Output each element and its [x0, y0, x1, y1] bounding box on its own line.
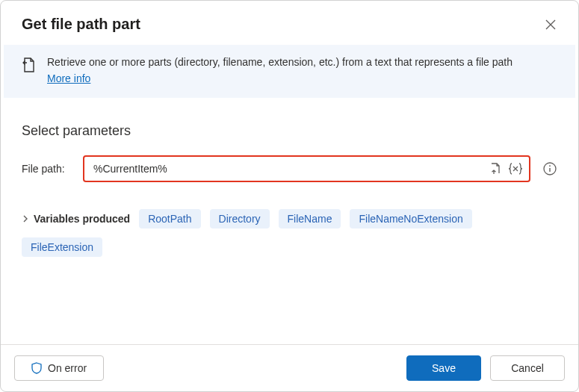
close-icon — [545, 19, 556, 30]
section-title: Select parameters — [22, 123, 557, 139]
dialog-header: Get file path part — [1, 1, 578, 45]
variables-toggle-label: Variables produced — [34, 213, 130, 225]
variable-icon — [508, 163, 523, 175]
variable-pill[interactable]: FileName — [279, 209, 341, 228]
variables-row: Variables produced RootPath Directory Fi… — [22, 209, 557, 257]
variables-toggle[interactable]: Variables produced — [22, 213, 130, 225]
cancel-button[interactable]: Cancel — [490, 355, 565, 381]
description-text: Retrieve one or more parts (directory, f… — [47, 56, 513, 68]
variable-pill[interactable]: FileExtension — [22, 237, 102, 257]
dialog-content: Select parameters File path: — [1, 98, 578, 344]
variable-pill[interactable]: FileNameNoExtension — [350, 209, 471, 228]
footer-right: Save Cancel — [406, 355, 565, 381]
more-info-link[interactable]: More info — [47, 72, 90, 87]
variable-pill[interactable]: RootPath — [139, 209, 200, 228]
svg-point-1 — [549, 165, 551, 167]
dialog-footer: On error Save Cancel — [1, 344, 578, 391]
input-icons — [489, 162, 523, 175]
chevron-right-icon — [22, 215, 29, 223]
file-path-info-button[interactable] — [542, 161, 557, 176]
description-banner: Retrieve one or more parts (directory, f… — [4, 45, 575, 98]
dialog: Get file path part Retrieve one or more … — [0, 0, 579, 392]
save-label: Save — [432, 362, 456, 374]
save-button[interactable]: Save — [406, 355, 481, 381]
dialog-title: Get file path part — [22, 16, 140, 33]
file-path-label: File path: — [22, 163, 74, 175]
file-path-row: File path: — [22, 155, 557, 182]
shield-icon — [31, 362, 42, 374]
variable-picker-button[interactable] — [508, 163, 523, 175]
on-error-label: On error — [48, 362, 87, 374]
description-text-wrap: Retrieve one or more parts (directory, f… — [47, 55, 513, 86]
on-error-button[interactable]: On error — [14, 355, 104, 381]
cancel-label: Cancel — [511, 362, 544, 374]
close-button[interactable] — [544, 18, 557, 31]
file-icon — [22, 57, 37, 75]
variable-pill[interactable]: Directory — [210, 209, 270, 228]
file-picker-button[interactable] — [489, 162, 502, 175]
file-path-input-wrap — [83, 155, 530, 182]
info-icon — [543, 162, 557, 175]
file-select-icon — [489, 162, 502, 175]
file-path-input[interactable] — [92, 162, 489, 175]
